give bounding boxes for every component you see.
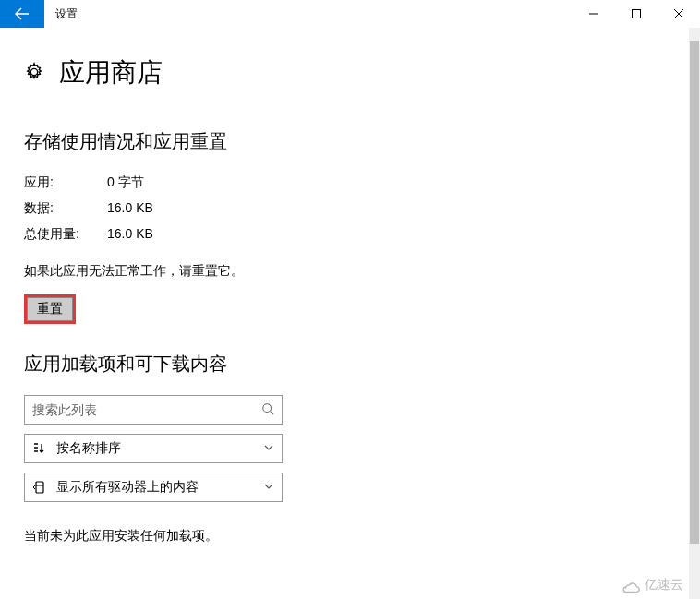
svg-rect-2 bbox=[36, 482, 43, 493]
maximize-button[interactable] bbox=[615, 0, 658, 28]
storage-stats: 应用: 0 字节 数据: 16.0 KB 总使用量: 16.0 KB bbox=[24, 174, 676, 243]
stat-label: 总使用量: bbox=[24, 226, 107, 243]
stat-row-app: 应用: 0 字节 bbox=[24, 174, 676, 191]
scrollbar-thumb[interactable] bbox=[690, 41, 699, 544]
page-title: 应用商店 bbox=[59, 55, 163, 90]
drive-filter-dropdown[interactable]: 显示所有驱动器上的内容 bbox=[24, 473, 283, 502]
titlebar: 设置 bbox=[0, 0, 700, 28]
reset-help-text: 如果此应用无法正常工作，请重置它。 bbox=[24, 263, 676, 280]
gear-icon bbox=[24, 62, 44, 85]
addons-heading: 应用加载项和可下载内容 bbox=[24, 352, 676, 377]
search-icon bbox=[261, 402, 274, 418]
page-header: 应用商店 bbox=[24, 55, 676, 90]
chevron-down-icon bbox=[263, 480, 274, 495]
close-button[interactable] bbox=[658, 0, 700, 28]
window-title: 设置 bbox=[44, 0, 78, 28]
back-arrow-icon bbox=[15, 6, 30, 21]
svg-point-1 bbox=[263, 403, 272, 412]
minimize-button[interactable] bbox=[573, 0, 615, 28]
chevron-down-icon bbox=[263, 441, 274, 456]
drive-icon bbox=[32, 480, 47, 495]
maximize-icon bbox=[632, 9, 641, 18]
minimize-icon bbox=[589, 9, 598, 18]
stat-value: 16.0 KB bbox=[107, 226, 153, 243]
sort-icon bbox=[32, 441, 47, 456]
stat-value: 0 字节 bbox=[107, 174, 144, 191]
window-controls bbox=[573, 0, 700, 28]
search-input[interactable] bbox=[32, 402, 261, 417]
svg-rect-0 bbox=[633, 10, 641, 18]
drive-filter-label: 显示所有驱动器上的内容 bbox=[56, 479, 254, 496]
close-icon bbox=[674, 9, 683, 18]
vertical-scrollbar[interactable] bbox=[689, 28, 700, 599]
back-button[interactable] bbox=[0, 0, 44, 28]
stat-label: 数据: bbox=[24, 200, 107, 217]
reset-highlight: 重置 bbox=[24, 294, 76, 324]
sort-label: 按名称排序 bbox=[56, 440, 254, 457]
watermark: 亿速云 bbox=[621, 577, 683, 593]
content-area: 应用商店 存储使用情况和应用重置 应用: 0 字节 数据: 16.0 KB 总使… bbox=[0, 28, 700, 599]
watermark-icon bbox=[621, 578, 641, 593]
addons-search-box[interactable] bbox=[24, 395, 283, 425]
addons-empty-state: 当前未为此应用安装任何加载项。 bbox=[24, 528, 676, 545]
stat-value: 16.0 KB bbox=[107, 200, 153, 217]
stat-row-data: 数据: 16.0 KB bbox=[24, 200, 676, 217]
stat-label: 应用: bbox=[24, 174, 107, 191]
sort-dropdown[interactable]: 按名称排序 bbox=[24, 434, 283, 463]
storage-heading: 存储使用情况和应用重置 bbox=[24, 129, 676, 154]
reset-button[interactable]: 重置 bbox=[27, 297, 73, 321]
stat-row-total: 总使用量: 16.0 KB bbox=[24, 226, 676, 243]
